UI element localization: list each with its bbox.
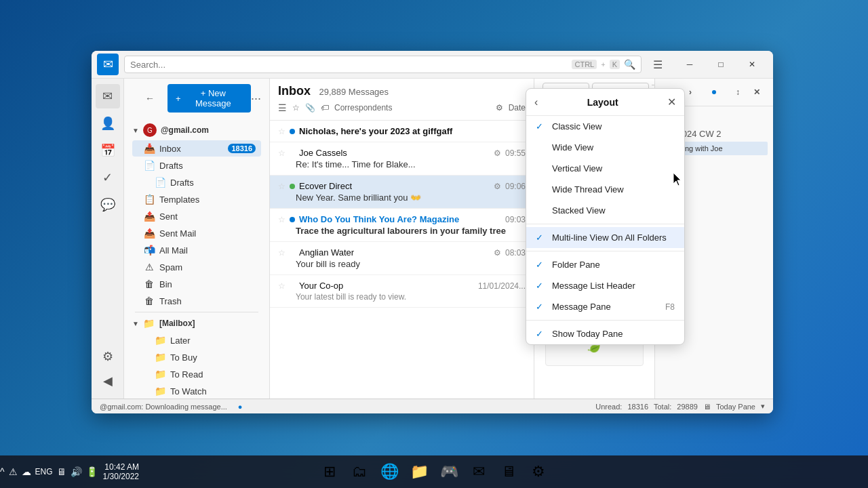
settings-icon-btn[interactable]: ⚙ [96,344,120,369]
folder-item-bin[interactable]: 🗑 Bin [132,276,261,292]
message-item[interactable]: ☆ Joe Cassels ⚙ 09:55 Re: It's time... T… [270,142,534,176]
nav-back-btn[interactable]: ← [140,89,159,108]
taskbar-warning-icon[interactable]: ⚠ [9,466,18,477]
sidebar-more-button[interactable]: ··· [251,92,261,106]
folder-pane-check: ✓ [536,260,547,270]
message-item[interactable]: ☆ Nicholas, here's your 2023 at giffgaff [270,121,534,142]
taskbar-widgets-button[interactable]: 🗂 [346,458,373,485]
taskbar-tools-button[interactable]: 🖥 [495,458,522,485]
wide-view-label: Wide View [552,142,593,152]
filter-attach-icon[interactable]: 📎 [305,103,315,113]
layout-item-stacked-view[interactable]: Stacked View [526,200,684,221]
filter-correspondents[interactable]: Correspondents [334,103,490,113]
folder-item-sent-mail[interactable]: 📤 Sent Mail [132,225,261,241]
taskbar-battery-icon[interactable]: 🔋 [86,466,98,477]
taskbar-explorer-button[interactable]: 📁 [406,458,433,485]
cal-expand-btn[interactable]: ↕ [730,84,746,100]
sent-icon: 📤 [143,211,155,222]
chat-icon-btn[interactable]: 💬 [96,192,120,217]
layout-item-wide-view[interactable]: Wide View [526,137,684,158]
cal-close-btn[interactable]: ✕ [749,84,765,100]
taskbar-clock[interactable]: 10:42 AM 1/30/2022 [103,462,139,481]
collapse-icon-btn[interactable]: ◀ [96,369,120,393]
taskbar-lang[interactable]: ENG [35,467,53,476]
filter-options-icon[interactable]: ⚙ [496,103,503,113]
taskbar-store-button[interactable]: 🎮 [435,458,462,485]
layout-item-wide-thread-view[interactable]: Wide Thread View [526,179,684,200]
drafts2-label: Drafts [170,178,194,188]
spam-label: Spam [159,262,182,272]
star-icon[interactable]: ☆ [278,248,285,258]
folder-item-trash[interactable]: 🗑 Trash [132,293,261,309]
message-item[interactable]: ☆ Who Do You Think You Are? Magazine 09:… [270,209,534,242]
taskbar-start-button[interactable]: ⊞ [316,458,343,485]
star-icon[interactable]: ☆ [278,127,285,136]
layout-item-today-pane[interactable]: ✓ Show Today Pane [526,323,684,344]
contacts-icon-btn[interactable]: 👤 [96,111,120,136]
folder-item-sent[interactable]: 📤 Sent [132,208,261,224]
message-item[interactable]: ☆ Anglian Water ⚙ 08:03 Your bill is rea… [270,242,534,275]
hamburger-button[interactable]: ☰ [647,54,669,75]
new-message-button[interactable]: + + New Message [167,84,251,113]
today-pane-label[interactable]: Today Pane [716,403,755,411]
msg-subject: Re: It's time... Time for Blake... [278,159,526,169]
folder-item-templates[interactable]: 📋 Templates [132,191,261,207]
star-icon[interactable]: ☆ [278,182,285,191]
filter-icon[interactable]: ☰ [278,102,287,113]
layout-item-folder-pane[interactable]: ✓ Folder Pane [526,254,684,275]
message-item-selected[interactable]: ☆ Ecover Direct ⚙ 09:06 New Year. Same b… [270,176,534,209]
layout-item-msg-list-header[interactable]: ✓ Message List Header [526,275,684,296]
folder-item-drafts1[interactable]: 📄 Drafts [132,157,261,174]
mail-icon-btn[interactable]: ✉ [96,84,120,108]
layout-back-button[interactable]: ‹ [534,96,538,108]
account-header[interactable]: ▼ G @gmail.com [130,121,264,140]
layout-item-classic-view[interactable]: ✓ Classic View [526,116,684,137]
maximize-button[interactable]: □ [705,54,736,75]
taskbar-volume-icon[interactable]: 🔊 [71,466,82,477]
search-icon[interactable]: 🔍 [624,59,635,70]
msg-time: 09:06 [505,182,526,191]
new-message-plus-icon: + [176,94,181,104]
sidebar-header: ← + + New Message ··· [124,79,269,118]
filter-tag-icon[interactable]: 🏷 [321,103,329,113]
layout-item-msg-pane[interactable]: ✓ Message Pane F8 [526,296,684,317]
taskbar-cloud-icon[interactable]: ☁ [22,466,31,477]
sidebar-nav-icons: ← [132,86,167,110]
minimize-button[interactable]: ─ [674,54,705,75]
tasks-icon-btn[interactable]: ✓ [96,165,120,190]
star-icon[interactable]: ☆ [278,148,285,158]
inbox-folder-label: Inbox [159,144,181,154]
folder-pane-label: Folder Pane [552,260,600,270]
folder-item-to-watch[interactable]: 📁 To Watch [132,383,261,399]
mailbox-header[interactable]: ▼ 📁 [Mailbox] [130,315,264,331]
star-icon[interactable]: ☆ [278,215,285,224]
filter-star-icon[interactable]: ☆ [292,103,300,113]
msg-row: ☆ Ecover Direct ⚙ 09:06 [278,181,526,191]
folder-item-later[interactable]: 📁 Later [132,332,261,348]
taskbar-chevron-icon[interactable]: ^ [0,466,5,477]
templates-icon: 📋 [143,194,155,205]
taskbar-settings-button[interactable]: ⚙ [525,458,552,485]
today-pane-arrow[interactable]: ▾ [761,402,765,411]
folder-item-to-read[interactable]: 📁 To Read [132,366,261,382]
search-input[interactable] [130,60,568,70]
taskbar-mail-button[interactable]: ✉ [465,458,492,485]
taskbar-network-icon[interactable]: 🖥 [57,466,66,477]
close-button[interactable]: ✕ [736,54,768,75]
folder-item-all-mail[interactable]: 📬 All Mail [132,242,261,258]
status-downloading: @gmail.com: Downloading message... [100,403,227,411]
layout-item-vertical-view[interactable]: Vertical View [526,158,684,179]
folder-item-inbox[interactable]: 📥 Inbox 18316 [132,140,261,157]
total-label: Total: [654,403,671,411]
bin-icon: 🗑 [143,279,155,289]
sort-label: Date [509,103,526,113]
calendar-icon-btn[interactable]: 📅 [96,138,120,163]
folder-item-to-buy[interactable]: 📁 To Buy [132,349,261,365]
folder-item-drafts2[interactable]: 📄 Drafts [132,174,261,190]
layout-item-multiline[interactable]: ✓ Multi-line View On All Folders [526,227,684,248]
star-icon[interactable]: ☆ [278,281,285,291]
taskbar-edge-button[interactable]: 🌐 [376,458,403,485]
message-item[interactable]: ☆ Your Co-op 11/01/2024... Your latest b… [270,275,534,308]
layout-close-button[interactable]: ✕ [667,96,676,108]
folder-item-spam[interactable]: ⚠ Spam [132,259,261,275]
